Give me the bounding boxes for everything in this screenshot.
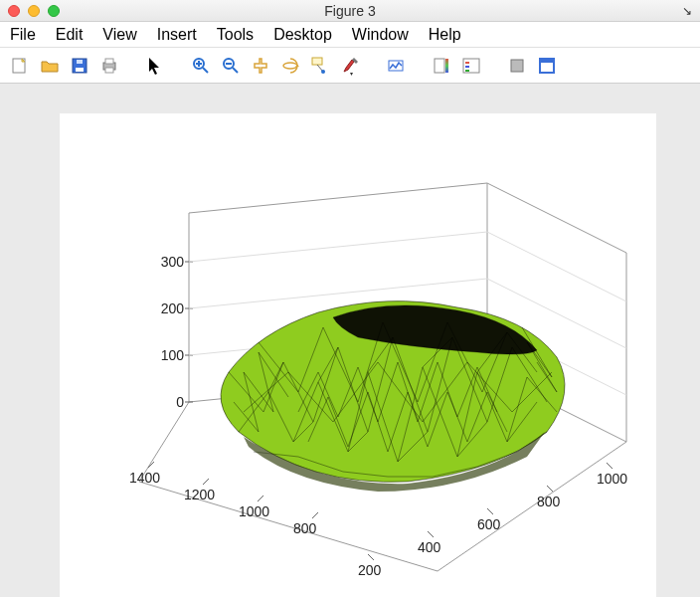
- svg-rect-22: [389, 61, 403, 71]
- titlebar: Figure 3 ↘: [0, 0, 700, 22]
- svg-rect-4: [77, 60, 83, 64]
- minimize-button[interactable]: [28, 5, 40, 17]
- plot-area[interactable]: 0 100 200 300 1400 1200 1000 800 200 400…: [0, 84, 700, 597]
- menu-file[interactable]: File: [10, 26, 36, 44]
- legend-icon[interactable]: [459, 54, 483, 78]
- svg-rect-17: [312, 58, 322, 65]
- xtick-0: 800: [293, 520, 316, 536]
- svg-point-15: [283, 63, 297, 69]
- data-cursor-icon[interactable]: [308, 54, 332, 78]
- maximize-button[interactable]: [48, 5, 60, 17]
- hide-plot-tools-icon[interactable]: [505, 54, 529, 78]
- zoom-in-icon[interactable]: [189, 54, 213, 78]
- link-plot-icon[interactable]: [384, 54, 408, 78]
- rotate3d-icon[interactable]: [278, 54, 302, 78]
- svg-rect-7: [105, 68, 113, 73]
- ytick-2: 600: [477, 516, 500, 532]
- svg-line-52: [487, 508, 493, 514]
- svg-line-50: [368, 554, 374, 560]
- svg-rect-3: [76, 68, 84, 72]
- svg-line-32: [189, 183, 487, 213]
- overflow-icon[interactable]: ↘: [682, 4, 692, 18]
- menu-window[interactable]: Window: [352, 26, 409, 44]
- menu-insert[interactable]: Insert: [157, 26, 197, 44]
- svg-line-59: [189, 232, 487, 262]
- print-icon[interactable]: [97, 54, 121, 78]
- svg-marker-21: [350, 73, 353, 76]
- menu-view[interactable]: View: [102, 26, 136, 44]
- svg-line-48: [258, 496, 263, 501]
- svg-line-49: [312, 512, 318, 518]
- svg-line-51: [428, 531, 434, 537]
- mesh-surface: [221, 301, 565, 492]
- svg-point-19: [321, 70, 325, 74]
- save-icon[interactable]: [68, 54, 91, 78]
- menu-desktop[interactable]: Desktop: [273, 26, 332, 44]
- traffic-lights: [8, 5, 60, 17]
- svg-line-57: [189, 279, 487, 308]
- xtick-2: 1200: [184, 487, 215, 502]
- colorbar-icon[interactable]: [430, 54, 453, 78]
- menu-tools[interactable]: Tools: [217, 26, 254, 44]
- svg-line-13: [233, 68, 238, 73]
- zoom-out-icon[interactable]: [219, 54, 243, 78]
- pan-icon[interactable]: [249, 54, 272, 78]
- menu-help[interactable]: Help: [429, 26, 461, 44]
- svg-rect-6: [105, 59, 113, 64]
- svg-line-54: [607, 463, 612, 469]
- ztick-3: 300: [154, 254, 184, 270]
- open-file-icon[interactable]: [38, 54, 62, 78]
- axes-3d[interactable]: 0 100 200 300 1400 1200 1000 800 200 400…: [60, 113, 656, 597]
- figure-window: Figure 3 ↘ File Edit View Insert Tools D…: [0, 0, 700, 597]
- xtick-1: 1000: [239, 503, 269, 519]
- ytick-4: 1000: [597, 471, 627, 487]
- svg-rect-29: [511, 60, 523, 72]
- dock-figure-icon[interactable]: [535, 54, 559, 78]
- svg-line-9: [203, 68, 208, 73]
- svg-rect-24: [445, 59, 448, 73]
- xtick-3: 1400: [129, 470, 160, 486]
- menubar: File Edit View Insert Tools Desktop Wind…: [0, 22, 700, 48]
- brush-icon[interactable]: [338, 54, 362, 78]
- svg-rect-31: [540, 59, 554, 63]
- menu-edit[interactable]: Edit: [56, 26, 84, 44]
- ztick-1: 100: [154, 347, 184, 363]
- pointer-icon[interactable]: [143, 54, 167, 78]
- close-button[interactable]: [8, 5, 20, 17]
- svg-line-53: [547, 486, 553, 492]
- svg-line-47: [203, 479, 209, 485]
- window-title: Figure 3: [324, 3, 375, 19]
- new-figure-icon[interactable]: [8, 54, 32, 78]
- ytick-0: 200: [358, 562, 381, 578]
- ytick-3: 800: [537, 494, 560, 509]
- toolbar: [0, 48, 700, 84]
- svg-rect-23: [435, 59, 444, 73]
- ztick-0: 0: [154, 394, 184, 410]
- ytick-1: 400: [418, 539, 440, 555]
- svg-marker-16: [295, 65, 299, 67]
- ztick-2: 200: [154, 300, 184, 316]
